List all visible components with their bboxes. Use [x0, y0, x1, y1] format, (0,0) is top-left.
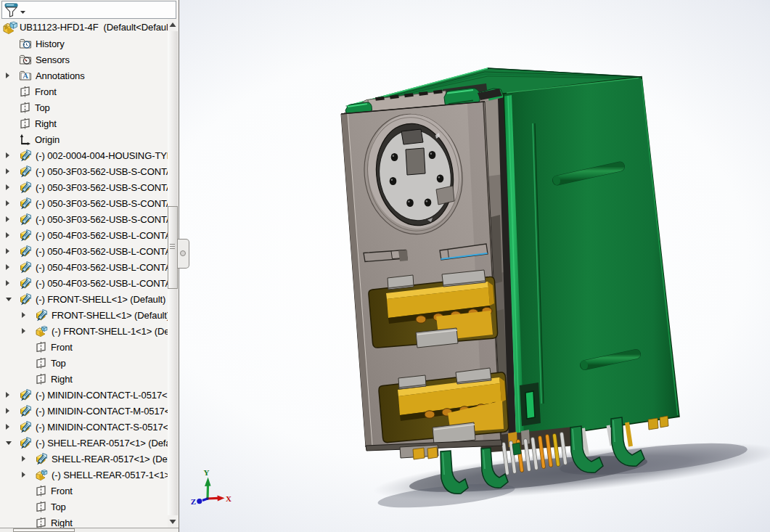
svg-text:X: X — [226, 494, 232, 503]
svg-text:A: A — [22, 72, 28, 80]
svg-text:Y: Y — [204, 468, 210, 477]
svg-text:Z: Z — [191, 497, 196, 506]
